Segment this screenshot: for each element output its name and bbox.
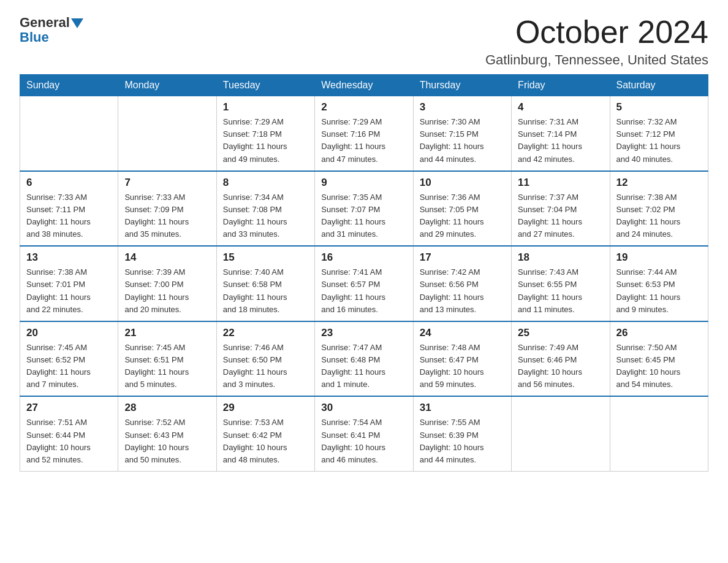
day-number: 10 [420, 177, 505, 189]
day-info: Sunrise: 7:53 AM Sunset: 6:42 PM Dayligh… [223, 416, 308, 466]
day-number: 26 [616, 327, 702, 339]
calendar-cell: 4Sunrise: 7:31 AM Sunset: 7:14 PM Daylig… [512, 96, 610, 171]
day-info: Sunrise: 7:38 AM Sunset: 7:01 PM Dayligh… [26, 266, 112, 316]
calendar-cell: 3Sunrise: 7:30 AM Sunset: 7:15 PM Daylig… [413, 96, 511, 171]
calendar-cell: 24Sunrise: 7:48 AM Sunset: 6:47 PM Dayli… [413, 321, 511, 397]
calendar-cell: 15Sunrise: 7:40 AM Sunset: 6:58 PM Dayli… [216, 246, 314, 321]
day-info: Sunrise: 7:47 AM Sunset: 6:48 PM Dayligh… [321, 342, 406, 391]
day-number: 6 [26, 177, 112, 189]
calendar-cell: 17Sunrise: 7:42 AM Sunset: 6:56 PM Dayli… [413, 246, 511, 321]
header: General Blue October 2024 Gatlinburg, Te… [20, 15, 708, 68]
calendar-cell: 29Sunrise: 7:53 AM Sunset: 6:42 PM Dayli… [216, 396, 314, 471]
day-number: 14 [124, 251, 210, 264]
day-number: 15 [223, 251, 308, 264]
day-number: 11 [518, 177, 603, 189]
day-number: 19 [616, 251, 702, 264]
day-info: Sunrise: 7:50 AM Sunset: 6:45 PM Dayligh… [616, 342, 702, 391]
day-info: Sunrise: 7:33 AM Sunset: 7:09 PM Dayligh… [124, 191, 210, 241]
calendar-cell: 19Sunrise: 7:44 AM Sunset: 6:53 PM Dayli… [610, 246, 708, 321]
day-info: Sunrise: 7:44 AM Sunset: 6:53 PM Dayligh… [616, 266, 702, 316]
day-number: 9 [321, 177, 406, 189]
day-info: Sunrise: 7:54 AM Sunset: 6:41 PM Dayligh… [321, 416, 406, 466]
calendar-cell: 14Sunrise: 7:39 AM Sunset: 7:00 PM Dayli… [118, 246, 216, 321]
day-info: Sunrise: 7:41 AM Sunset: 6:57 PM Dayligh… [321, 266, 406, 316]
day-number: 31 [420, 402, 505, 414]
day-number: 22 [223, 327, 308, 339]
calendar-cell [512, 396, 610, 471]
day-number: 1 [223, 101, 308, 113]
calendar-cell: 23Sunrise: 7:47 AM Sunset: 6:48 PM Dayli… [315, 321, 413, 397]
day-info: Sunrise: 7:52 AM Sunset: 6:43 PM Dayligh… [124, 416, 210, 466]
calendar-cell: 30Sunrise: 7:54 AM Sunset: 6:41 PM Dayli… [315, 396, 413, 471]
day-info: Sunrise: 7:43 AM Sunset: 6:55 PM Dayligh… [518, 266, 603, 316]
calendar-week-row-1: 1Sunrise: 7:29 AM Sunset: 7:18 PM Daylig… [20, 96, 708, 171]
day-number: 25 [518, 327, 603, 339]
day-number: 12 [616, 177, 702, 189]
weekday-header-monday: Monday [118, 75, 216, 96]
calendar-table: SundayMondayTuesdayWednesdayThursdayFrid… [20, 74, 708, 472]
day-number: 4 [518, 101, 603, 113]
weekday-header-row: SundayMondayTuesdayWednesdayThursdayFrid… [20, 75, 708, 96]
day-info: Sunrise: 7:37 AM Sunset: 7:04 PM Dayligh… [518, 191, 603, 241]
day-info: Sunrise: 7:39 AM Sunset: 7:00 PM Dayligh… [124, 266, 210, 316]
calendar-week-row-5: 27Sunrise: 7:51 AM Sunset: 6:44 PM Dayli… [20, 396, 708, 471]
day-info: Sunrise: 7:45 AM Sunset: 6:52 PM Dayligh… [26, 342, 112, 391]
day-number: 27 [26, 402, 112, 414]
calendar-cell: 6Sunrise: 7:33 AM Sunset: 7:11 PM Daylig… [20, 171, 118, 247]
day-info: Sunrise: 7:38 AM Sunset: 7:02 PM Dayligh… [616, 191, 702, 241]
day-number: 13 [26, 251, 112, 264]
day-info: Sunrise: 7:51 AM Sunset: 6:44 PM Dayligh… [26, 416, 112, 466]
day-info: Sunrise: 7:29 AM Sunset: 7:16 PM Dayligh… [321, 116, 406, 166]
day-number: 30 [321, 402, 406, 414]
weekday-header-sunday: Sunday [20, 75, 118, 96]
day-number: 17 [420, 251, 505, 264]
calendar-cell: 8Sunrise: 7:34 AM Sunset: 7:08 PM Daylig… [216, 171, 314, 247]
weekday-header-saturday: Saturday [610, 75, 708, 96]
day-info: Sunrise: 7:30 AM Sunset: 7:15 PM Dayligh… [420, 116, 505, 166]
day-number: 7 [124, 177, 210, 189]
day-number: 16 [321, 251, 406, 264]
day-number: 5 [616, 101, 702, 113]
weekday-header-wednesday: Wednesday [315, 75, 413, 96]
day-number: 18 [518, 251, 603, 264]
day-info: Sunrise: 7:34 AM Sunset: 7:08 PM Dayligh… [223, 191, 308, 241]
title-block: October 2024 Gatlinburg, Tennessee, Unit… [485, 15, 708, 68]
calendar-week-row-4: 20Sunrise: 7:45 AM Sunset: 6:52 PM Dayli… [20, 321, 708, 397]
calendar-cell: 2Sunrise: 7:29 AM Sunset: 7:16 PM Daylig… [315, 96, 413, 171]
calendar-cell: 26Sunrise: 7:50 AM Sunset: 6:45 PM Dayli… [610, 321, 708, 397]
calendar-cell: 31Sunrise: 7:55 AM Sunset: 6:39 PM Dayli… [413, 396, 511, 471]
calendar-cell: 9Sunrise: 7:35 AM Sunset: 7:07 PM Daylig… [315, 171, 413, 247]
logo-general-text: General [20, 15, 70, 31]
weekday-header-friday: Friday [512, 75, 610, 96]
day-number: 24 [420, 327, 505, 339]
day-number: 21 [124, 327, 210, 339]
calendar-cell: 11Sunrise: 7:37 AM Sunset: 7:04 PM Dayli… [512, 171, 610, 247]
calendar-cell: 10Sunrise: 7:36 AM Sunset: 7:05 PM Dayli… [413, 171, 511, 247]
day-info: Sunrise: 7:46 AM Sunset: 6:50 PM Dayligh… [223, 342, 308, 391]
calendar-cell: 5Sunrise: 7:32 AM Sunset: 7:12 PM Daylig… [610, 96, 708, 171]
day-info: Sunrise: 7:29 AM Sunset: 7:18 PM Dayligh… [223, 116, 308, 166]
day-info: Sunrise: 7:55 AM Sunset: 6:39 PM Dayligh… [420, 416, 505, 466]
calendar-cell: 27Sunrise: 7:51 AM Sunset: 6:44 PM Dayli… [20, 396, 118, 471]
calendar-cell: 18Sunrise: 7:43 AM Sunset: 6:55 PM Dayli… [512, 246, 610, 321]
logo: General Blue [20, 15, 83, 45]
location-title: Gatlinburg, Tennessee, United States [485, 52, 708, 68]
calendar-cell: 22Sunrise: 7:46 AM Sunset: 6:50 PM Dayli… [216, 321, 314, 397]
day-info: Sunrise: 7:35 AM Sunset: 7:07 PM Dayligh… [321, 191, 406, 241]
calendar-cell: 16Sunrise: 7:41 AM Sunset: 6:57 PM Dayli… [315, 246, 413, 321]
logo-blue-text: Blue [20, 29, 49, 45]
day-number: 23 [321, 327, 406, 339]
day-number: 2 [321, 101, 406, 113]
day-info: Sunrise: 7:48 AM Sunset: 6:47 PM Dayligh… [420, 342, 505, 391]
calendar-cell: 12Sunrise: 7:38 AM Sunset: 7:02 PM Dayli… [610, 171, 708, 247]
calendar-week-row-3: 13Sunrise: 7:38 AM Sunset: 7:01 PM Dayli… [20, 246, 708, 321]
day-info: Sunrise: 7:33 AM Sunset: 7:11 PM Dayligh… [26, 191, 112, 241]
day-info: Sunrise: 7:40 AM Sunset: 6:58 PM Dayligh… [223, 266, 308, 316]
calendar-week-row-2: 6Sunrise: 7:33 AM Sunset: 7:11 PM Daylig… [20, 171, 708, 247]
day-info: Sunrise: 7:49 AM Sunset: 6:46 PM Dayligh… [518, 342, 603, 391]
day-number: 29 [223, 402, 308, 414]
month-title: October 2024 [485, 15, 708, 50]
day-info: Sunrise: 7:42 AM Sunset: 6:56 PM Dayligh… [420, 266, 505, 316]
day-info: Sunrise: 7:32 AM Sunset: 7:12 PM Dayligh… [616, 116, 702, 166]
calendar-cell: 28Sunrise: 7:52 AM Sunset: 6:43 PM Dayli… [118, 396, 216, 471]
